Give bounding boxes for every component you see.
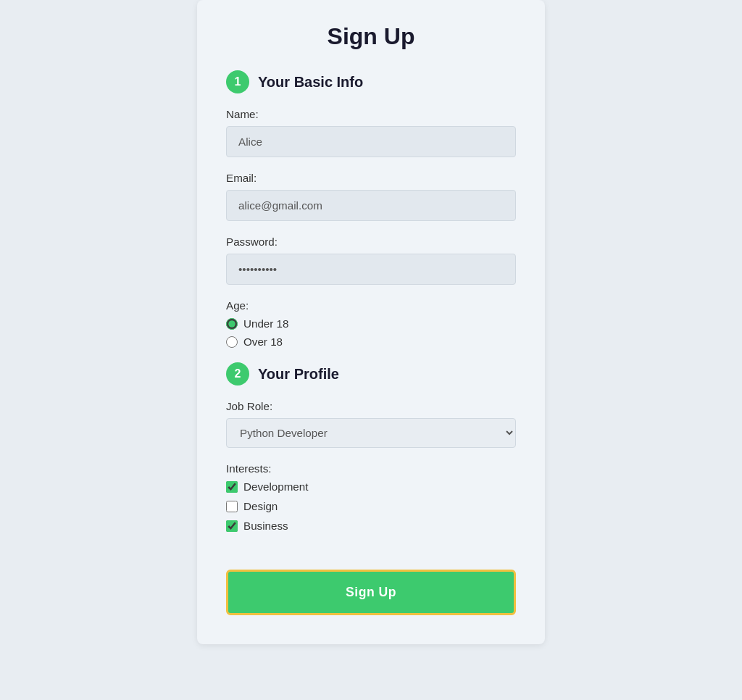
password-input[interactable] [226, 254, 516, 285]
section1-header: 1 Your Basic Info [226, 70, 516, 93]
page-title: Sign Up [226, 23, 516, 50]
step2-badge: 2 [226, 362, 249, 386]
interest-business-option[interactable]: Business [226, 520, 516, 532]
interests-checkbox-group: Development Design Business [226, 480, 516, 532]
age-under18-option[interactable]: Under 18 [226, 317, 516, 330]
age-over18-option[interactable]: Over 18 [226, 336, 516, 348]
step1-badge: 1 [226, 70, 249, 93]
age-label: Age: [226, 299, 516, 312]
section2-header: 2 Your Profile [226, 362, 516, 386]
signup-form: Sign Up 1 Your Basic Info Name: Email: P… [197, 0, 545, 644]
email-input[interactable] [226, 190, 516, 221]
interests-field-group: Interests: Development Design Business [226, 462, 516, 532]
interest-development-option[interactable]: Development [226, 480, 516, 493]
age-over18-label: Over 18 [243, 336, 283, 348]
email-field-group: Email: [226, 172, 516, 221]
interest-design-option[interactable]: Design [226, 500, 516, 512]
age-over18-radio[interactable] [226, 336, 238, 348]
section1-title: Your Basic Info [258, 74, 363, 91]
job-role-label: Job Role: [226, 400, 516, 412]
job-role-field-group: Job Role: Python Developer JavaScript De… [226, 400, 516, 448]
signup-button[interactable]: Sign Up [226, 570, 516, 615]
age-field-group: Age: Under 18 Over 18 [226, 299, 516, 348]
job-role-select[interactable]: Python Developer JavaScript Developer Ja… [226, 418, 516, 448]
interest-business-label: Business [243, 520, 288, 532]
interest-development-label: Development [243, 480, 309, 493]
name-label: Name: [226, 108, 516, 120]
interest-business-checkbox[interactable] [226, 520, 238, 532]
interest-design-label: Design [243, 500, 278, 512]
age-under18-radio[interactable] [226, 318, 238, 330]
password-label: Password: [226, 236, 516, 248]
email-label: Email: [226, 172, 516, 184]
age-under18-label: Under 18 [243, 317, 288, 330]
password-field-group: Password: [226, 236, 516, 285]
interests-label: Interests: [226, 462, 516, 475]
interest-design-checkbox[interactable] [226, 501, 238, 512]
name-field-group: Name: [226, 108, 516, 157]
age-radio-group: Under 18 Over 18 [226, 317, 516, 348]
interest-development-checkbox[interactable] [226, 481, 238, 493]
name-input[interactable] [226, 126, 516, 157]
section2: 2 Your Profile Job Role: Python Develope… [226, 362, 516, 532]
section2-title: Your Profile [258, 366, 339, 383]
